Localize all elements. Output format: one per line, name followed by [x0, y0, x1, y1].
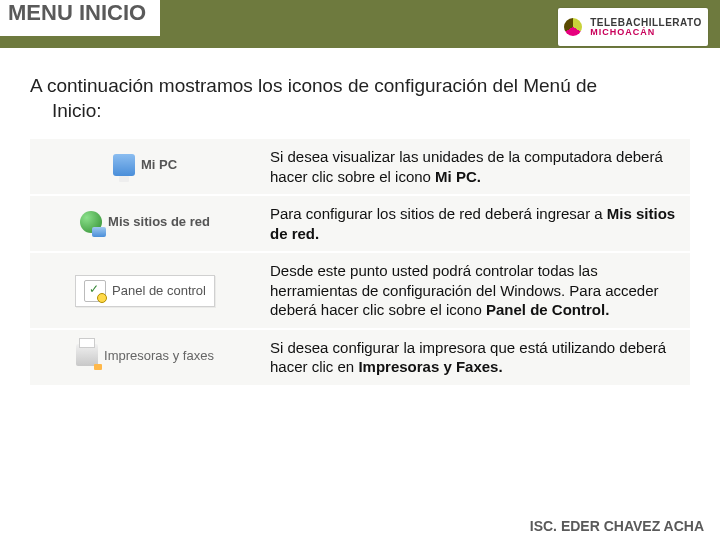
brand-swoosh-icon — [564, 16, 586, 38]
icon-label: Mis sitios de red — [108, 214, 210, 229]
desc-text: Para configurar los sitios de red deberá… — [270, 205, 607, 222]
icon-cell-mi-pc: Mi PC — [30, 138, 260, 195]
brand-top-text: TELEBACHILLERATO — [590, 18, 702, 28]
table-row: Impresoras y faxes Si desea configurar l… — [30, 329, 690, 385]
monitor-icon — [113, 154, 135, 176]
printer-icon — [76, 344, 98, 366]
brand-logo: TELEBACHILLERATO MICHOACÁN — [558, 8, 708, 46]
icon-cell-sitios-red: Mis sitios de red — [30, 195, 260, 252]
desc-bold: Mi PC. — [435, 168, 481, 185]
desc-cell: Si desea configurar la impresora que est… — [260, 329, 690, 385]
brand-bottom-text: MICHOACÁN — [590, 28, 702, 37]
desc-cell: Para configurar los sitios de red deberá… — [260, 195, 690, 252]
desc-bold: Panel de Control. — [486, 301, 609, 318]
desc-cell: Desde este punto usted podrá controlar t… — [260, 252, 690, 329]
desc-cell: Si desea visualizar las unidades de la c… — [260, 138, 690, 195]
settings-icon — [84, 280, 106, 302]
icon-cell-panel-control: Panel de control — [30, 252, 260, 329]
intro-line1: A continuación mostramos los iconos de c… — [30, 75, 597, 96]
mi-pc-icon: Mi PC — [113, 154, 177, 176]
table-row: Mi PC Si desea visualizar las unidades d… — [30, 138, 690, 195]
footer-author: ISC. EDER CHAVEZ ACHA — [530, 518, 704, 534]
intro-line2: Inicio: — [30, 100, 102, 121]
icon-label: Panel de control — [112, 283, 206, 298]
desc-bold: Impresoras y Faxes. — [358, 358, 502, 375]
control-panel-icon: Panel de control — [75, 275, 215, 307]
page-title: MENU INICIO — [0, 0, 160, 39]
header-bar: MENU INICIO TELEBACHILLERATO MICHOACÁN — [0, 0, 720, 48]
globe-icon — [80, 211, 102, 233]
printers-faxes-icon: Impresoras y faxes — [76, 344, 214, 366]
icon-description-table: Mi PC Si desea visualizar las unidades d… — [30, 137, 690, 385]
intro-text: A continuación mostramos los iconos de c… — [30, 74, 690, 123]
table-row: Mis sitios de red Para configurar los si… — [30, 195, 690, 252]
icon-cell-impresoras: Impresoras y faxes — [30, 329, 260, 385]
network-places-icon: Mis sitios de red — [80, 211, 210, 233]
content-area: A continuación mostramos los iconos de c… — [0, 48, 720, 385]
icon-label: Mi PC — [141, 157, 177, 172]
table-row: Panel de control Desde este punto usted … — [30, 252, 690, 329]
icon-label: Impresoras y faxes — [104, 348, 214, 363]
